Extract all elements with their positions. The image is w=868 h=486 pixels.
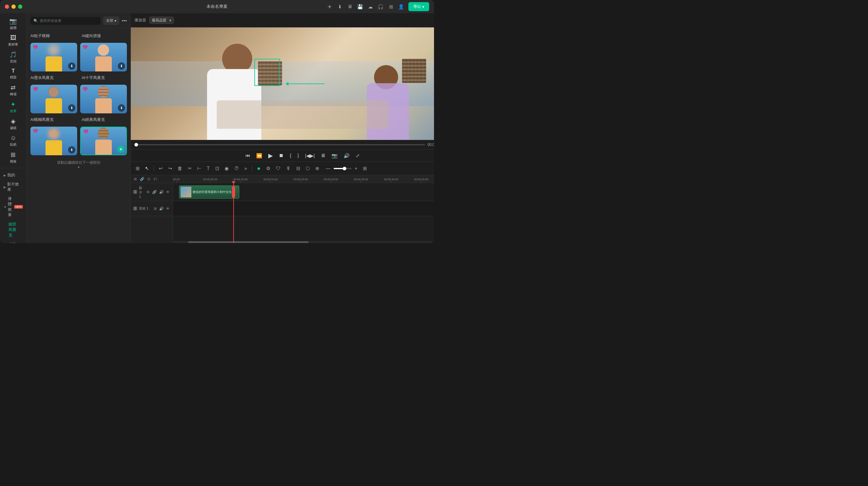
effect-card-ai-vertical-mosaic[interactable]: 💗 ⬇ xyxy=(80,43,127,71)
split-track-button[interactable]: ⊞ xyxy=(134,164,141,173)
stop-button[interactable]: ⏹ xyxy=(278,152,285,159)
redo-button[interactable]: ↪ xyxy=(166,164,174,173)
monitor-button[interactable]: 🖥 xyxy=(319,152,327,159)
effect-card-ai-classic-mosaic[interactable]: 💗 + xyxy=(80,127,127,155)
export-button[interactable]: 導出 ▾ xyxy=(408,2,429,11)
effect-card-ai-particle-blur[interactable]: 💗 ⬇ xyxy=(30,43,77,71)
auto-caption-button[interactable]: ⊟ xyxy=(294,164,302,173)
timeline-thumb[interactable] xyxy=(134,143,138,147)
quality-select[interactable]: 最高品質 xyxy=(149,17,174,24)
download-btn-3[interactable]: ⬇ xyxy=(68,104,75,112)
effects-grid: AI粒子模糊 AI縱向拼接 xyxy=(27,28,130,243)
volume-plus-button[interactable]: + xyxy=(353,164,359,173)
marker-button[interactable]: 🏷 xyxy=(153,176,158,182)
download-btn-1[interactable]: ⬇ xyxy=(68,62,75,70)
crop-button[interactable]: ⊡ xyxy=(213,164,221,173)
mic-button[interactable]: 🎙 xyxy=(284,164,293,173)
video-track-link[interactable]: 🔗 xyxy=(152,189,157,195)
toolbar-template[interactable]: ⊞ 模板 xyxy=(7,149,20,165)
cloud-icon[interactable]: ☁ xyxy=(367,4,373,10)
screenshot-button[interactable]: 📷 xyxy=(330,152,339,160)
more-tools-button[interactable]: » xyxy=(243,164,249,173)
window-controls[interactable] xyxy=(5,4,22,9)
download-btn-5[interactable]: ⬇ xyxy=(68,146,75,153)
download-btn-4[interactable]: ⬇ xyxy=(118,104,125,112)
paint-button[interactable]: ◉ xyxy=(223,164,230,173)
split-button[interactable]: |◀▶| xyxy=(304,152,316,160)
maximize-button[interactable] xyxy=(18,4,22,9)
sidebar-video-effects-section[interactable]: ▶ 影片效果 xyxy=(0,180,27,194)
video-track-visibility[interactable]: 👁 xyxy=(165,189,170,195)
save-icon[interactable]: 💾 xyxy=(357,4,363,10)
mask-button[interactable]: 🛡 xyxy=(274,164,282,173)
toolbar-audio[interactable]: 🎵 音頻 xyxy=(7,49,20,65)
split-clip-button[interactable]: ⊢ xyxy=(195,164,203,173)
sidebar-my-section[interactable]: ▶ 我的 xyxy=(0,171,27,180)
toolbar-sticker[interactable]: ☺ 貼紙 xyxy=(7,133,20,149)
toolbar-title[interactable]: T 標題 xyxy=(7,66,20,82)
quality-selector[interactable]: 最高品質 xyxy=(149,17,174,24)
toolbar-effects[interactable]: ✦ 效果 xyxy=(7,99,20,115)
cut-button[interactable]: ✂ xyxy=(186,164,193,173)
mark-out-button[interactable]: } xyxy=(296,152,300,159)
library-icon: 🖼 xyxy=(10,34,16,41)
grid-icon[interactable]: ⊞ xyxy=(388,4,394,10)
toolbar-media[interactable]: 📷 媒體 xyxy=(7,16,20,32)
expand-button[interactable]: ⤢ xyxy=(354,152,361,160)
sidebar-body-effects-section[interactable]: ▼ 身體效果 NEW xyxy=(0,194,27,219)
minimize-button[interactable] xyxy=(11,4,16,9)
audio-track-settings[interactable]: ⊞ xyxy=(153,206,157,211)
toolbar-filter[interactable]: ◈ 濾鏡 xyxy=(7,116,20,132)
arrow-line xyxy=(288,84,324,84)
volume-minus-button[interactable]: — xyxy=(324,164,333,173)
ai-button[interactable]: ⬡ xyxy=(304,164,312,173)
mark-in-button[interactable]: { xyxy=(288,152,292,159)
frame-back-button[interactable]: ⏪ xyxy=(255,152,264,160)
sidebar-item-face-mosaic[interactable]: 臉部馬賽克 xyxy=(2,220,24,240)
link-button[interactable]: 🔗 xyxy=(139,176,145,182)
snap-button[interactable]: ⊞ xyxy=(133,176,137,182)
effect-card-ai-cross-mosaic[interactable]: 💗 ⬇ xyxy=(80,85,127,113)
speed-button[interactable]: ⏱ xyxy=(232,164,241,173)
more-options-button[interactable]: ••• xyxy=(122,18,127,24)
sticker-icon: ☺ xyxy=(10,134,16,142)
download-icon[interactable]: ⬇ xyxy=(337,4,343,10)
timeline-ruler-area[interactable]: 00:00 00:00:05:00 00:00:10:00 00:00 xyxy=(173,175,434,243)
user-icon[interactable]: 👤 xyxy=(398,4,404,10)
fit-button[interactable]: ⊡ xyxy=(147,176,151,182)
adjust-button[interactable]: ⚙ xyxy=(264,164,272,173)
volume-button[interactable]: 🔊 xyxy=(342,152,351,160)
search-icon: 🔍 xyxy=(33,19,38,23)
timeline-toolbar: ⊞ ↖ ↩ ↪ 🗑 ✂ ⊢ T ⊡ ◉ ⏱ » ● ⚙ 🛡 🎙 ⊟ ⬡ xyxy=(131,162,434,175)
delete-button[interactable]: 🗑 xyxy=(176,164,184,173)
audio-track-visibility[interactable]: 👁 xyxy=(165,206,170,211)
play-button[interactable]: ▶ xyxy=(267,151,274,160)
grid-layout-button[interactable]: ⊞ xyxy=(361,164,369,173)
audio-track-volume[interactable]: 🔊 xyxy=(158,206,164,211)
video-track-settings[interactable]: ⚙ xyxy=(146,189,150,195)
video-track-volume[interactable]: 🔊 xyxy=(158,189,164,195)
media-icon: 📷 xyxy=(9,18,17,25)
select-tool-button[interactable]: ↖ xyxy=(143,164,151,173)
effect-card-ai-blur-mosaic[interactable]: 💗 ⬇ xyxy=(30,127,77,155)
video-clip-1[interactable]: 微笑的印度母親和小初中女生 xyxy=(179,185,239,199)
toolbar-library[interactable]: 🖼 素材庫 xyxy=(6,33,21,49)
headphones-icon[interactable]: 🎧 xyxy=(378,4,384,10)
filter-dropdown[interactable]: 全部 ▾ xyxy=(103,16,119,25)
sidebar-item-clone[interactable]: 克隆 xyxy=(2,240,24,243)
step-back-button[interactable]: ⏮ xyxy=(244,152,251,159)
playback-timeline[interactable] xyxy=(134,144,425,145)
undo-button[interactable]: ↩ xyxy=(157,164,164,173)
search-input[interactable] xyxy=(40,19,98,23)
send-icon[interactable]: ✈ xyxy=(327,4,333,10)
download-btn-2[interactable]: ⬇ xyxy=(118,62,125,70)
close-button[interactable] xyxy=(5,4,9,9)
monitor-icon[interactable]: 🖥 xyxy=(347,4,353,10)
timeline-section: ⊞ ↖ ↩ ↪ 🗑 ✂ ⊢ T ⊡ ◉ ⏱ » ● ⚙ 🛡 🎙 ⊟ ⬡ xyxy=(131,161,434,243)
record-button[interactable]: ● xyxy=(255,164,262,173)
effect-card-ai-ink-mosaic[interactable]: 💗 ⬇ xyxy=(30,85,77,113)
text-button[interactable]: T xyxy=(205,164,212,173)
toolbar-transition[interactable]: ⇄ 轉場 xyxy=(7,82,20,98)
add-btn-6[interactable]: + xyxy=(117,146,124,153)
detach-audio-button[interactable]: ⊗ xyxy=(313,164,321,173)
